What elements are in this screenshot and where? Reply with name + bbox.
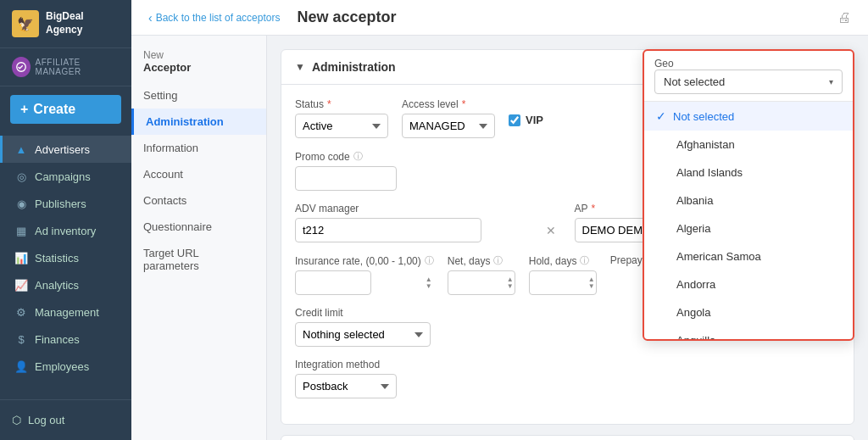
hold-days-input[interactable] (529, 270, 597, 295)
geo-item-algeria[interactable]: Algeria (644, 214, 853, 242)
sub-nav-account[interactable]: Account (131, 161, 266, 187)
geo-header: Geo Not selected ▾ (644, 51, 853, 102)
adv-manager-group: ADV manager ✕ (295, 203, 561, 242)
sidebar-item-publishers[interactable]: ◉ Publishers (0, 190, 131, 217)
logo-text: BigDeal Agency (46, 10, 84, 36)
down-arrow-icon[interactable]: ▼ (588, 283, 595, 290)
sub-nav-target-url[interactable]: Target URL parameters (131, 240, 266, 279)
geo-item-label: Algeria (676, 222, 710, 235)
geo-trigger[interactable]: Not selected ▾ (654, 70, 843, 94)
back-link[interactable]: ‹ Back to the list of acceptors (148, 11, 280, 25)
publishers-icon: ◉ (14, 197, 28, 210)
adv-manager-input[interactable] (295, 218, 481, 242)
information-section-header[interactable]: › Information (281, 436, 854, 440)
geo-item-albania[interactable]: Albania (644, 187, 853, 214)
management-icon: ⚙ (14, 305, 28, 319)
sidebar-item-label: Management (35, 306, 99, 319)
insurance-rate-label: Insurance rate, (0,00 - 1,00) ⓘ (295, 254, 434, 267)
sidebar-item-ad-inventory[interactable]: ▦ Ad inventory (0, 217, 131, 244)
sub-nav-information[interactable]: Information (131, 135, 266, 161)
geo-item-label: Angola (676, 306, 710, 319)
sub-sidebar: New Acceptor Setting Administration Info… (131, 36, 267, 440)
status-group: Status * Active Inactive Pending (295, 98, 388, 138)
credit-limit-select[interactable]: Nothing selected 0 100 500 (295, 322, 431, 347)
geo-item-label: American Samoa (676, 250, 761, 263)
geo-item-label: Andorra (676, 278, 715, 291)
geo-label: Geo (654, 58, 843, 70)
promo-code-group: Promo code ⓘ (295, 150, 397, 191)
sub-nav-administration[interactable]: Administration (131, 109, 266, 135)
geo-item-american-samoa[interactable]: American Samoa (644, 242, 853, 270)
adv-manager-clear-icon[interactable]: ✕ (546, 224, 556, 237)
sub-nav-questionnaire[interactable]: Questionnaire (131, 214, 266, 240)
sidebar-item-analytics[interactable]: 📈 Analytics (0, 271, 131, 298)
information-section: › Information (281, 435, 854, 440)
sidebar-item-employees[interactable]: 👤 Employees (0, 353, 131, 380)
sidebar-item-label: Analytics (35, 279, 79, 292)
sidebar-item-label: Advertisers (35, 143, 90, 156)
sidebar-item-finances[interactable]: $ Finances (0, 326, 131, 353)
finances-icon: $ (14, 332, 28, 346)
status-select[interactable]: Active Inactive Pending (295, 114, 388, 138)
access-level-select[interactable]: MANAGED SELF NONE (402, 114, 495, 138)
hold-days-arrows: ▲ ▼ (588, 276, 595, 290)
down-arrow-icon[interactable]: ▼ (507, 283, 514, 290)
insurance-rate-input[interactable] (295, 270, 371, 295)
geo-item-anguilla[interactable]: Anguilla (644, 326, 853, 339)
insurance-rate-arrows: ▲ ▼ (426, 276, 432, 290)
integration-method-group: Integration method Postback Pixel Server (295, 359, 397, 398)
role-label: AFFILIATE MANAGER (36, 58, 120, 76)
sub-nav-contacts[interactable]: Contacts (131, 187, 266, 214)
adv-manager-input-wrap: ✕ (295, 218, 561, 242)
sidebar-item-label: Ad inventory (35, 225, 96, 237)
logout-button[interactable]: ⬡ Log out (12, 409, 120, 432)
sidebar-nav: ▲ Advertisers ◎ Campaigns ◉ Publishers ▦… (0, 132, 131, 399)
sidebar-item-advertisers[interactable]: ▲ Advertisers (0, 136, 131, 163)
net-days-label: Net, days ⓘ (448, 254, 515, 267)
geo-item-afghanistan[interactable]: Afghanistan (644, 131, 853, 159)
sub-nav-setting[interactable]: Setting (131, 82, 266, 109)
adv-manager-label: ADV manager (295, 203, 561, 214)
sidebar-item-management[interactable]: ⚙ Management (0, 298, 131, 326)
insurance-rate-group: Insurance rate, (0,00 - 1,00) ⓘ ▲ ▼ (295, 254, 434, 295)
sidebar-item-statistics[interactable]: 📊 Statistics (0, 244, 131, 271)
integration-method-row: Integration method Postback Pixel Server (295, 359, 840, 398)
check-icon: ✓ (656, 109, 666, 123)
geo-item-label: Not selected (673, 110, 734, 123)
required-marker: * (462, 98, 466, 110)
sub-sidebar-header: New Acceptor (131, 44, 266, 82)
prepay-label: Prepay (610, 254, 643, 266)
insurance-info-icon: ⓘ (425, 254, 434, 267)
geo-item-angola[interactable]: Angola (644, 298, 853, 326)
sidebar-item-label: Finances (35, 333, 80, 346)
sidebar-item-label: Publishers (35, 198, 86, 210)
net-days-input[interactable] (448, 270, 515, 295)
vip-checkbox[interactable] (509, 114, 520, 126)
status-label: Status * (295, 98, 388, 110)
hold-days-info-icon: ⓘ (580, 254, 589, 267)
role-icon (12, 57, 31, 77)
geo-item-label: Afghanistan (676, 138, 735, 151)
print-icon[interactable]: 🖨 (837, 10, 851, 25)
integration-method-select[interactable]: Postback Pixel Server (295, 374, 397, 398)
sidebar: 🦅 BigDeal Agency AFFILIATE MANAGER + Cre… (0, 0, 131, 440)
sidebar-item-campaigns[interactable]: ◎ Campaigns (0, 163, 131, 190)
credit-limit-group: Credit limit Nothing selected 0 100 500 (295, 307, 431, 347)
employees-icon: 👤 (14, 359, 28, 373)
sidebar-item-label: Employees (35, 360, 89, 373)
promo-code-input[interactable] (295, 166, 397, 191)
logout-icon: ⬡ (12, 414, 21, 426)
geo-dropdown-arrow-icon: ▾ (829, 77, 833, 86)
geo-item-andorra[interactable]: Andorra (644, 270, 853, 298)
geo-item-not-selected[interactable]: ✓ Not selected (644, 102, 853, 131)
geo-item-aland-islands[interactable]: Aland Islands (644, 159, 853, 187)
back-link-text: Back to the list of acceptors (156, 12, 281, 24)
down-arrow-icon[interactable]: ▼ (426, 283, 432, 290)
logo-icon: 🦅 (12, 10, 39, 37)
analytics-icon: 📈 (14, 278, 28, 292)
net-days-input-wrap: ▲ ▼ (448, 270, 515, 295)
create-button[interactable]: + Create (10, 95, 121, 124)
vip-label: VIP (526, 114, 543, 126)
logo: 🦅 BigDeal Agency (0, 0, 131, 48)
geo-item-label: Albania (676, 194, 713, 207)
